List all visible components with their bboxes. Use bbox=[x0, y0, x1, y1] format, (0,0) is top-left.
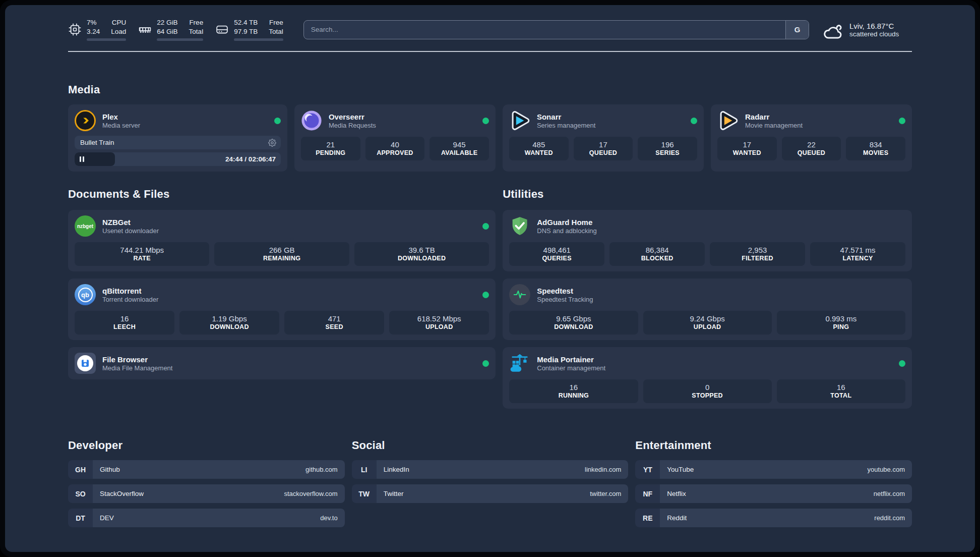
stat-value: 2,953 bbox=[712, 246, 803, 254]
stat-value: 1.19 Gbps bbox=[181, 314, 277, 323]
link-twitter[interactable]: TWTwittertwitter.com bbox=[352, 484, 629, 503]
qbittorrent-card[interactable]: qbqBittorrentTorrent downloader16LEECH1.… bbox=[68, 278, 496, 340]
overseerr-icon bbox=[301, 110, 322, 131]
stat-label: DOWNLOAD bbox=[511, 323, 636, 330]
bookmark-sections: DeveloperGHGithubgithub.comSOStackOverfl… bbox=[68, 439, 912, 533]
app-card-header: RadarrMovie management bbox=[717, 110, 905, 131]
app-subtitle: Torrent downloader bbox=[102, 296, 158, 303]
plex-icon bbox=[75, 110, 96, 131]
stat-remaining: 266 GBREMAINING bbox=[214, 242, 349, 266]
stat-downloaded: 39.6 TBDOWNLOADED bbox=[354, 242, 489, 266]
status-dot bbox=[691, 118, 697, 124]
link-youtube[interactable]: YTYouTubeyoutube.com bbox=[635, 460, 912, 479]
stat-value: 22 bbox=[784, 140, 839, 149]
app-title: AdGuard Home bbox=[537, 218, 597, 227]
search-input[interactable] bbox=[303, 20, 809, 39]
stat-stopped: 0STOPPED bbox=[643, 379, 772, 403]
app-stats-row: 744.21 MbpsRATE266 GBREMAINING39.6 TBDOW… bbox=[75, 242, 489, 266]
app-stats-row: 16LEECH1.19 GbpsDOWNLOAD471SEED618.52 Mb… bbox=[75, 311, 489, 335]
disk-free: 52.4 TB bbox=[234, 19, 258, 26]
speedtest-card[interactable]: SpeedtestSpeedtest Tracking9.65 GbpsDOWN… bbox=[503, 278, 912, 340]
stat-value: 86,384 bbox=[611, 246, 703, 254]
link-reddit[interactable]: RERedditreddit.com bbox=[635, 509, 912, 527]
utilities-section-title: Utilities bbox=[503, 188, 912, 201]
stat-label: SEED bbox=[286, 323, 382, 330]
app-subtitle: Series management bbox=[537, 122, 595, 129]
player-progress-bar[interactable]: 24:44 / 02:06:47 bbox=[75, 152, 281, 166]
pause-icon[interactable] bbox=[80, 156, 84, 162]
app-card-header: qbqBittorrentTorrent downloader bbox=[75, 284, 489, 305]
links-section-entertainment: EntertainmentYTYouTubeyoutube.comNFNetfl… bbox=[635, 439, 912, 533]
link-body: Githubgithub.com bbox=[93, 460, 345, 479]
stat-rate: 744.21 MbpsRATE bbox=[75, 242, 209, 266]
link-name: Twitter bbox=[384, 490, 404, 497]
social-section-title: Social bbox=[352, 439, 629, 452]
search-engine-button[interactable]: G bbox=[785, 21, 809, 39]
link-abbr-badge: TW bbox=[352, 484, 377, 503]
cpu-chip-icon bbox=[68, 23, 82, 36]
player-track-title: Bullet Train bbox=[80, 139, 114, 146]
stat-value: 16 bbox=[77, 314, 172, 323]
app-card-header: Media PortainerContainer management bbox=[509, 353, 905, 374]
stat-value: 21 bbox=[303, 140, 358, 149]
stat-upload: 618.52 MbpsUPLOAD bbox=[389, 311, 489, 335]
link-netflix[interactable]: NFNetflixnetflix.com bbox=[635, 484, 912, 503]
stat-label: BLOCKED bbox=[611, 255, 703, 262]
disk-total: 97.9 TB bbox=[234, 28, 258, 35]
stat-wanted: 485WANTED bbox=[509, 137, 569, 160]
nzbget-card[interactable]: nzbgetNZBGetUsenet downloader744.21 Mbps… bbox=[68, 210, 496, 271]
link-name: YouTube bbox=[667, 466, 694, 473]
link-body: StackOverflowstackoverflow.com bbox=[93, 484, 345, 503]
links-section-developer: DeveloperGHGithubgithub.comSOStackOverfl… bbox=[68, 439, 345, 533]
stat-value: 17 bbox=[719, 140, 775, 149]
ram-icon bbox=[138, 23, 152, 36]
stat-value: 0 bbox=[645, 383, 770, 392]
link-abbr-badge: SO bbox=[68, 484, 93, 503]
link-url: github.com bbox=[305, 466, 338, 473]
stat-value: 0.993 ms bbox=[779, 314, 903, 323]
link-name: Github bbox=[100, 466, 120, 473]
sonarr-card[interactable]: SonarrSeries management485WANTED17QUEUED… bbox=[503, 104, 704, 172]
status-dot bbox=[482, 223, 489, 230]
header-divider bbox=[68, 51, 912, 52]
stat-download: 1.19 GbpsDOWNLOAD bbox=[179, 311, 279, 335]
link-github[interactable]: GHGithubgithub.com bbox=[68, 460, 345, 479]
media-section-title: Media bbox=[68, 83, 912, 96]
stat-blocked: 86,384BLOCKED bbox=[609, 242, 705, 266]
stat-label: UPLOAD bbox=[391, 323, 487, 330]
app-card-header: SonarrSeries management bbox=[509, 110, 697, 131]
gear-icon[interactable] bbox=[268, 139, 276, 147]
app-card-header: OverseerrMedia Requests bbox=[301, 110, 489, 131]
link-dev[interactable]: DTDEVdev.to bbox=[68, 509, 345, 527]
now-playing-row: Bullet Train bbox=[75, 136, 281, 149]
ram-progress-bar bbox=[157, 38, 203, 41]
file-browser-card[interactable]: File BrowserMedia File Management bbox=[68, 347, 496, 379]
filebrowser-icon bbox=[75, 353, 96, 374]
stat-filtered: 2,953FILTERED bbox=[710, 242, 805, 266]
stat-label: UPLOAD bbox=[645, 323, 770, 330]
adguard-home-card[interactable]: AdGuard HomeDNS and adblocking498,461QUE… bbox=[503, 210, 912, 271]
stat-label: PENDING bbox=[303, 149, 358, 156]
speedtest-icon bbox=[509, 284, 530, 305]
app-title: Radarr bbox=[745, 113, 803, 121]
link-stackoverflow[interactable]: SOStackOverflowstackoverflow.com bbox=[68, 484, 345, 503]
overseerr-card[interactable]: OverseerrMedia Requests21PENDING40APPROV… bbox=[294, 104, 496, 172]
plex-card[interactable]: PlexMedia serverBullet Train24:44 / 02:0… bbox=[68, 104, 287, 172]
stat-label: FILTERED bbox=[712, 255, 803, 262]
status-dot bbox=[482, 292, 489, 298]
media-cards-row: PlexMedia serverBullet Train24:44 / 02:0… bbox=[68, 104, 912, 172]
media-portainer-card[interactable]: Media PortainerContainer management16RUN… bbox=[503, 347, 912, 409]
app-title: File Browser bbox=[102, 355, 172, 364]
stat-label: AVAILABLE bbox=[432, 149, 487, 156]
cpu-percent: 7% bbox=[87, 19, 97, 26]
radarr-card[interactable]: RadarrMovie management17WANTED22QUEUED83… bbox=[711, 104, 912, 172]
link-abbr-badge: YT bbox=[635, 460, 660, 479]
stat-value: 618.52 Mbps bbox=[391, 314, 487, 323]
link-linkedin[interactable]: LILinkedInlinkedin.com bbox=[352, 460, 629, 479]
cpu-stat: 7%3.24 CPULoad bbox=[68, 18, 126, 41]
stat-label: WANTED bbox=[719, 149, 775, 156]
status-dot bbox=[482, 118, 489, 124]
utilities-cards: AdGuard HomeDNS and adblocking498,461QUE… bbox=[503, 210, 912, 409]
stat-label: DOWNLOADED bbox=[356, 255, 487, 262]
link-name: StackOverflow bbox=[100, 490, 144, 497]
